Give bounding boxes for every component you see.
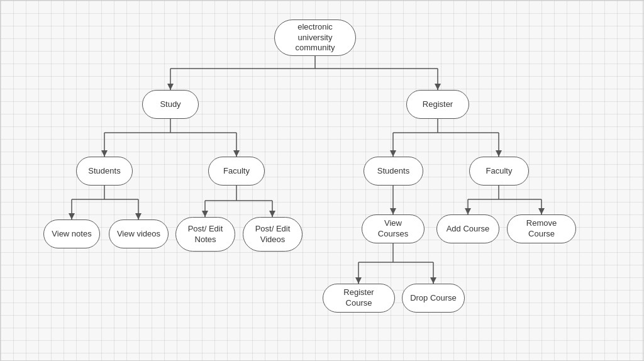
view-videos-label: View videos <box>117 229 160 240</box>
svg-marker-40 <box>465 208 471 214</box>
svg-marker-34 <box>496 150 502 157</box>
svg-marker-3 <box>167 84 174 90</box>
faculty-right-node: Faculty <box>469 157 529 186</box>
faculty-left-label: Faculty <box>223 166 250 177</box>
add-course-node: Add Course <box>436 214 499 243</box>
register-label: Register <box>423 99 453 110</box>
remove-course-label: Remove Course <box>514 218 569 240</box>
post-videos-label: Post/ Edit Videos <box>250 224 296 245</box>
view-courses-label: View Courses <box>369 218 418 240</box>
svg-marker-10 <box>101 150 108 157</box>
students-left-node: Students <box>76 157 133 186</box>
root-label: electronic university community <box>281 22 349 54</box>
svg-marker-43 <box>538 208 545 214</box>
post-videos-node: Post/ Edit Videos <box>243 217 303 252</box>
diagram-canvas: electronic university community Study Re… <box>0 0 644 361</box>
view-notes-node: View notes <box>43 219 100 248</box>
svg-marker-31 <box>390 150 396 157</box>
study-label: Study <box>160 99 180 110</box>
svg-marker-6 <box>435 84 441 90</box>
svg-marker-24 <box>202 211 208 217</box>
students-left-label: Students <box>88 166 120 177</box>
svg-marker-13 <box>233 150 240 157</box>
svg-marker-17 <box>69 213 75 219</box>
post-notes-label: Post/ Edit Notes <box>182 224 228 245</box>
faculty-right-label: Faculty <box>486 166 513 177</box>
svg-marker-36 <box>390 208 396 214</box>
remove-course-node: Remove Course <box>507 214 576 243</box>
register-node: Register <box>406 90 469 119</box>
svg-marker-47 <box>355 277 362 284</box>
svg-marker-27 <box>269 211 275 217</box>
add-course-label: Add Course <box>447 224 490 235</box>
view-videos-node: View videos <box>109 219 169 248</box>
students-right-node: Students <box>364 157 423 186</box>
students-right-label: Students <box>377 166 409 177</box>
faculty-left-node: Faculty <box>208 157 265 186</box>
view-notes-label: View notes <box>52 229 91 240</box>
view-courses-node: View Courses <box>362 214 425 243</box>
register-course-label: Register Course <box>330 287 388 309</box>
post-notes-node: Post/ Edit Notes <box>175 217 235 252</box>
drop-course-label: Drop Course <box>410 293 457 304</box>
drop-course-node: Drop Course <box>402 284 465 313</box>
study-node: Study <box>142 90 199 119</box>
svg-marker-50 <box>430 277 436 284</box>
register-course-node: Register Course <box>323 284 395 313</box>
root-node: electronic university community <box>274 19 356 56</box>
svg-marker-20 <box>135 213 142 219</box>
